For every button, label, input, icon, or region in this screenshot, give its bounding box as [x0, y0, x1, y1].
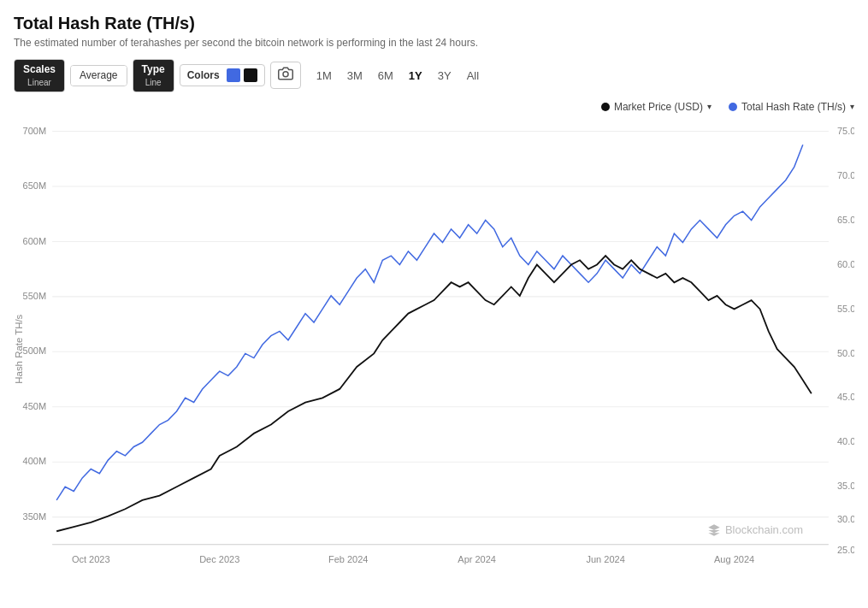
page-title: Total Hash Rate (TH/s)	[14, 14, 854, 33]
type-button[interactable]: Type Line	[133, 60, 174, 91]
svg-text:Jun 2024: Jun 2024	[586, 553, 624, 564]
toolbar: Scales Linear Average Type Line Colors	[14, 59, 854, 92]
time-btn-1y[interactable]: 1Y	[402, 66, 429, 86]
chart-area: 700M 650M 600M 550M 500M 450M 400M 350M …	[14, 118, 854, 571]
svg-text:50.0K: 50.0K	[837, 347, 854, 357]
svg-text:450M: 450M	[23, 400, 47, 410]
legend-dot-black	[601, 103, 610, 111]
page-subtitle: The estimated number of terahashes per s…	[14, 37, 854, 49]
svg-text:25.0K: 25.0K	[837, 545, 854, 555]
svg-text:650M: 650M	[23, 180, 47, 191]
legend-dot-blue	[729, 103, 737, 111]
svg-text:700M: 700M	[23, 125, 47, 135]
market-price-chevron: ▾	[707, 102, 712, 111]
svg-text:45.0K: 45.0K	[837, 392, 854, 402]
type-group[interactable]: Type Line	[133, 59, 174, 92]
svg-text:60.0K: 60.0K	[837, 258, 854, 269]
blockchain-logo	[707, 523, 721, 537]
svg-text:Feb 2024: Feb 2024	[328, 553, 369, 564]
average-group[interactable]: Average	[70, 65, 127, 87]
time-btn-6m[interactable]: 6M	[371, 66, 400, 86]
time-btn-3y[interactable]: 3Y	[431, 66, 458, 86]
svg-text:400M: 400M	[23, 456, 47, 466]
watermark: Blockchain.com	[707, 523, 803, 537]
chart-svg: 700M 650M 600M 550M 500M 450M 400M 350M …	[14, 118, 854, 571]
camera-button[interactable]	[270, 62, 301, 89]
svg-point-0	[283, 72, 288, 77]
legend-hash-rate[interactable]: Total Hash Rate (TH/s) ▾	[729, 101, 854, 113]
svg-text:Hash Rate TH/s: Hash Rate TH/s	[14, 314, 24, 383]
svg-text:Aug 2024: Aug 2024	[714, 553, 754, 564]
svg-text:Oct 2023: Oct 2023	[72, 553, 110, 564]
time-btn-1m[interactable]: 1M	[310, 66, 339, 86]
svg-text:500M: 500M	[23, 345, 47, 356]
svg-text:40.0K: 40.0K	[837, 436, 854, 446]
svg-text:75.0K: 75.0K	[837, 125, 854, 135]
svg-text:70.0K: 70.0K	[837, 169, 854, 180]
camera-icon	[278, 66, 293, 81]
svg-text:350M: 350M	[23, 511, 47, 521]
legend-market-price[interactable]: Market Price (USD) ▾	[601, 101, 712, 113]
scales-button[interactable]: Scales Linear	[15, 60, 64, 91]
color-blue-box[interactable]	[227, 68, 240, 82]
chart-legend: Market Price (USD) ▾ Total Hash Rate (TH…	[14, 101, 854, 113]
colors-label: Colors	[187, 69, 220, 81]
colors-group[interactable]: Colors	[180, 64, 265, 86]
time-btn-3m[interactable]: 3M	[340, 66, 369, 86]
svg-text:55.0K: 55.0K	[837, 303, 854, 313]
hash-rate-line	[56, 145, 803, 500]
chart-container: Total Hash Rate (TH/s) The estimated num…	[0, 0, 868, 608]
average-button[interactable]: Average	[71, 66, 126, 86]
hash-rate-chevron: ▾	[850, 102, 854, 111]
svg-text:550M: 550M	[23, 290, 47, 300]
svg-text:35.0K: 35.0K	[837, 481, 854, 491]
scales-group[interactable]: Scales Linear	[14, 59, 65, 92]
svg-text:600M: 600M	[23, 235, 47, 245]
time-btn-all[interactable]: All	[460, 66, 486, 86]
svg-text:Dec 2023: Dec 2023	[199, 553, 239, 564]
color-black-box[interactable]	[244, 68, 257, 82]
time-period-group: 1M 3M 6M 1Y 3Y All	[310, 66, 486, 86]
svg-text:30.0K: 30.0K	[837, 513, 854, 523]
svg-text:Apr 2024: Apr 2024	[458, 553, 496, 564]
svg-text:65.0K: 65.0K	[837, 214, 854, 224]
